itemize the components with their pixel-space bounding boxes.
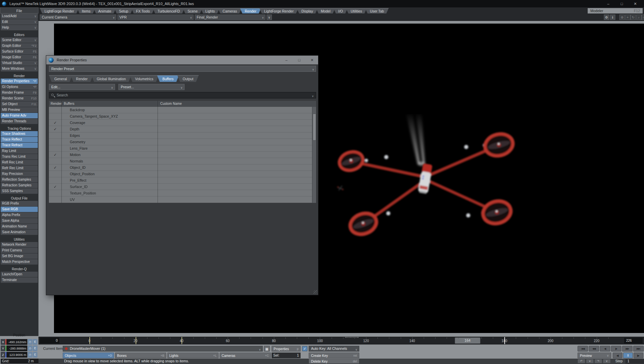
menu-tab-animate[interactable]: Animate [93,8,116,13]
item-type-bones-button[interactable]: Bones+B [115,353,166,358]
sidebar-item-launch-open[interactable]: Launch/Open [1,272,38,277]
buffer-checkbox-checked[interactable]: ✓ [49,152,61,158]
buffer-row-edges[interactable]: Edges [49,132,316,139]
sidebar-item-trans-rec-limit[interactable]: Trans Rec Limit [1,154,38,159]
render-preset-dropdown[interactable]: Render Preset ∨ [49,66,316,72]
position-y-value[interactable]: -280.8888m [6,345,27,351]
buffer-row-uv[interactable]: UV [49,196,316,203]
buffer-row-pre-effect[interactable]: Pre_Effect [49,177,316,184]
buffer-row-normals[interactable]: Normals [49,158,316,164]
sidebar-item-help[interactable]: Help∨ [1,25,38,30]
buffer-checkbox[interactable] [49,107,61,113]
rotate-icon[interactable]: ↻ [631,14,636,20]
sidebar-item-scene-editor[interactable]: Scene Editor∨ [1,37,38,43]
sidebar-item-render-properties[interactable]: Render Properties^P [1,79,38,84]
sidebar-item-refl-rec-limit[interactable]: Refl Rec Limit [1,160,38,165]
sidebar-item-more-windows[interactable]: More Windows∨ [1,66,38,71]
sidebar-item-edit[interactable]: Edit∨ [1,19,38,25]
preset-menu-button[interactable]: ∨ [267,14,272,20]
undo-button[interactable]: ↶ [578,359,585,363]
create-key-button[interactable]: Create Key ret [309,353,359,358]
fit-icon[interactable]: ▭ [642,14,644,20]
sidebar-item-image-editor[interactable]: Image EditorF6 [1,55,38,60]
sidebar-item-refr-rec-limit[interactable]: Refr Rec Limit [1,165,38,171]
dialog-tab-global-illumination[interactable]: Global Illumination [91,75,131,82]
end-frame-field[interactable]: 226 [624,338,643,343]
buffer-checkbox[interactable] [49,113,61,120]
dialog-tab-volumetrics[interactable]: Volumetrics [130,75,159,82]
sidebar-item-render-threads[interactable]: Render Threads [1,119,38,124]
sidebar-item-trace-shadows[interactable]: Trace Shadows [1,131,38,136]
dialog-close-button[interactable]: ✕ [309,56,315,64]
table-scrollbar[interactable] [312,107,316,203]
dialog-minimize-button[interactable]: – [284,56,289,64]
nudge-button[interactable]: ◇ [28,339,32,345]
sidebar-item-animation-name[interactable]: Animation Name [1,224,38,229]
envelope-button[interactable]: E [33,339,37,345]
pan-icon[interactable]: + [625,14,631,20]
prev-keyframe-button[interactable]: ◀◀ [589,346,599,352]
playhead-line[interactable] [504,337,505,344]
redo-menu-button[interactable]: ∨ [603,359,611,363]
sidebar-item-refraction-samples[interactable]: Refraction Samples [1,183,38,188]
buffer-checkbox[interactable] [49,139,61,145]
autokey-checkbox[interactable]: ✓ [302,346,307,351]
properties-button[interactable]: Properties p [272,346,301,352]
render-engine-select[interactable]: VPR ∨ [117,14,194,20]
undo-menu-button[interactable]: ∨ [586,359,594,363]
sidebar-item-trace-refract[interactable]: Trace Refract [1,143,38,148]
sidebar-item-render-frame[interactable]: Render FrameF9 [1,90,38,95]
orbit-icon[interactable]: ⊕ [619,14,625,20]
go-first-frame-button[interactable]: |◀◀ [578,346,588,352]
sidebar-item-rgb-prefix[interactable]: RGB Prefix [1,201,38,206]
menu-tab-model[interactable]: Model [316,8,335,13]
sidebar-item-set-bg-image[interactable]: Set BG Image [1,253,38,259]
position-z-value[interactable]: 123.9006 m [6,352,27,358]
sidebar-item-reflection-samples[interactable]: Reflection Samples [1,177,38,182]
menu-tab-lightforge-render[interactable]: LightForge Render [259,8,299,13]
sidebar-item-trace-reflect[interactable]: Trace Reflect [1,137,38,142]
dialog-resize-grip[interactable] [313,290,317,294]
buffer-row-geometry[interactable]: Geometry [49,139,316,145]
sidebar-item-save-alpha[interactable]: Save Alpha [1,218,38,223]
sidebar-item-print-camera[interactable]: Print Camera [1,248,38,253]
buffer-row-texture-position[interactable]: Texture_Position [49,190,316,196]
current-item-select[interactable]: DroneMasterMover (1) ∨ [63,346,263,352]
envelope-button[interactable]: E [33,352,37,358]
timeline-ruler[interactable]: 0 164 226 020406080100120140180200220 [38,337,644,344]
buffer-checkbox-checked[interactable]: ✓ [49,164,61,171]
sidebar-item-sss-samples[interactable]: SSS Samples [1,188,38,194]
menu-tab-display[interactable]: Display [297,8,317,13]
prev-frame-button[interactable]: ◀| [600,346,610,352]
menu-tab-lights[interactable]: Lights [201,8,220,13]
pause-button[interactable]: ‖ [623,353,633,358]
zoom-icon[interactable]: ⌕ [636,14,642,20]
dialog-tab-buffers[interactable]: Buffers [157,75,179,82]
close-button[interactable]: ✕ [628,0,642,7]
buffer-checkbox-checked[interactable]: ✓ [49,120,61,126]
menu-tab-lightforge-render[interactable]: LightForge Render [40,8,79,13]
modeler-button[interactable]: Modeler F12 [588,8,643,13]
dialog-titlebar[interactable]: Render Properties –□✕ [46,56,318,64]
redo-button[interactable]: ↷ [594,359,602,363]
buffer-row-backdrop[interactable]: Backdrop [49,107,316,113]
buffer-checkbox[interactable] [49,177,61,184]
maximize-button[interactable]: □ [615,0,628,7]
buffer-checkbox[interactable] [49,190,61,196]
buffer-row-camera-tangent-space-xyz[interactable]: Camera_Tangent_Space_XYZ [49,113,316,120]
menu-tab-i-o[interactable]: I/O [334,8,348,13]
next-frame-button[interactable]: |▶ [611,346,621,352]
buffer-row-surface-id[interactable]: ✓Surface_ID [49,184,316,190]
menu-tab-fx-tools[interactable]: FX Tools [131,8,155,13]
dialog-tab-render[interactable]: Render [71,75,93,82]
preview-dropdown[interactable]: Preview ∨ [578,353,611,358]
sidebar-item-render-scene[interactable]: Render SceneF10 [1,96,38,101]
sidebar-item-load-add[interactable]: Load/Add∨ [1,13,38,19]
sidebar-item-graph-editor[interactable]: Graph Editor^F2 [1,43,38,49]
menu-tab-scene[interactable]: Scene [183,8,202,13]
minimize-button[interactable]: – [601,0,615,7]
buffer-row-coverage[interactable]: ✓Coverage [49,120,316,126]
position-x-value[interactable]: -490.162mm [6,339,27,345]
sidebar-item-save-animation[interactable]: Save Animation [1,230,38,235]
menu-tab-items[interactable]: Items [77,8,95,13]
